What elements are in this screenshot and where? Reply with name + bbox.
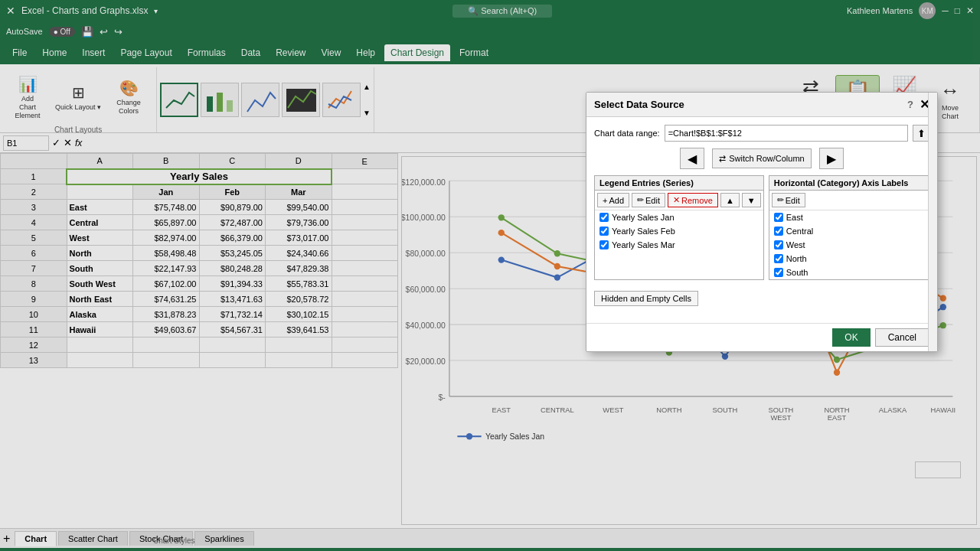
axis-scrollbar[interactable] [928, 210, 929, 279]
add-icon: + [603, 196, 607, 205]
legend-add-btn[interactable]: + Add [597, 193, 629, 207]
axis-panel-toolbar: ✏ Edit [769, 191, 929, 210]
axis-item-north[interactable]: North [769, 252, 929, 266]
legend-item-jan[interactable]: Yearly Sales Jan [595, 210, 763, 224]
chart-data-range-input[interactable]: =Chart!$B$1:$F$12 [665, 125, 908, 142]
axis-item-central[interactable]: Central [769, 224, 929, 238]
chart-data-range-row: Chart data range: =Chart!$B$1:$F$12 ⬆ [594, 125, 929, 142]
switch-btn-label: Switch Row/Column [729, 154, 804, 163]
range-select-btn[interactable]: ⬆ [913, 125, 929, 142]
remove-icon: ✕ [673, 195, 680, 205]
dialog-title-bar: Select Data Source ? ✕ [586, 93, 937, 117]
axis-west-checkbox[interactable] [774, 240, 783, 249]
dialog-help-btn[interactable]: ? [907, 99, 913, 110]
axis-east-checkbox[interactable] [774, 213, 783, 222]
legend-jan-checkbox[interactable] [599, 213, 609, 222]
hidden-empty-row: Hidden and Empty Cells [594, 286, 929, 311]
two-panel-area: Legend Entries (Series) + Add ✏ Edit ✕ R… [594, 175, 929, 280]
legend-up-btn[interactable]: ▲ [720, 193, 740, 207]
axis-north-checkbox[interactable] [774, 254, 783, 263]
legend-down-btn[interactable]: ▼ [742, 193, 761, 207]
switch-row-col-btn[interactable]: ⇄ Switch Row/Column [712, 148, 811, 168]
select-data-dialog: Select Data Source ? ✕ Chart data range:… [586, 92, 938, 352]
axis-south-checkbox[interactable] [774, 268, 783, 277]
arrow-left-btn[interactable]: ◀ [680, 148, 704, 169]
edit-icon: ✏ [637, 195, 644, 205]
axis-panel-list: East Central West North [769, 210, 929, 279]
switch-row-col-area: ◀ ⇄ Switch Row/Column ▶ [594, 148, 929, 169]
dialog-body: Chart data range: =Chart!$B$1:$F$12 ⬆ ◀ … [586, 117, 937, 323]
legend-item-mar[interactable]: Yearly Sales Mar [595, 238, 763, 252]
legend-panel-header: Legend Entries (Series) [595, 176, 763, 191]
dialog-cancel-btn[interactable]: Cancel [875, 328, 929, 347]
axis-edit-icon: ✏ [777, 195, 784, 205]
axis-item-west[interactable]: West [769, 238, 929, 252]
legend-feb-checkbox[interactable] [599, 227, 609, 236]
axis-item-south[interactable]: South [769, 266, 929, 279]
legend-item-feb[interactable]: Yearly Sales Feb [595, 224, 763, 238]
axis-panel-header: Horizontal (Category) Axis Labels [769, 176, 929, 191]
axis-central-checkbox[interactable] [774, 227, 783, 236]
dialog-title: Select Data Source [594, 99, 684, 110]
arrow-right-btn[interactable]: ▶ [819, 148, 844, 169]
legend-panel-toolbar: + Add ✏ Edit ✕ Remove ▲ ▼ [595, 191, 763, 210]
legend-edit-btn[interactable]: ✏ Edit [632, 193, 665, 207]
legend-remove-btn[interactable]: ✕ Remove [668, 193, 718, 207]
axis-labels-panel: Horizontal (Category) Axis Labels ✏ Edit… [769, 175, 929, 280]
axis-item-east[interactable]: East [769, 210, 929, 224]
legend-panel-list: Yearly Sales Jan Yearly Sales Feb Yearly… [595, 210, 763, 252]
chart-data-range-label: Chart data range: [594, 129, 660, 138]
dialog-footer: OK Cancel [586, 323, 937, 351]
dialog-ok-btn[interactable]: OK [832, 328, 870, 347]
axis-edit-btn[interactable]: ✏ Edit [772, 193, 805, 207]
switch-icon: ⇄ [719, 154, 726, 164]
hidden-empty-btn[interactable]: Hidden and Empty Cells [594, 291, 698, 306]
legend-entries-panel: Legend Entries (Series) + Add ✏ Edit ✕ R… [594, 175, 764, 280]
legend-mar-checkbox[interactable] [599, 240, 609, 249]
